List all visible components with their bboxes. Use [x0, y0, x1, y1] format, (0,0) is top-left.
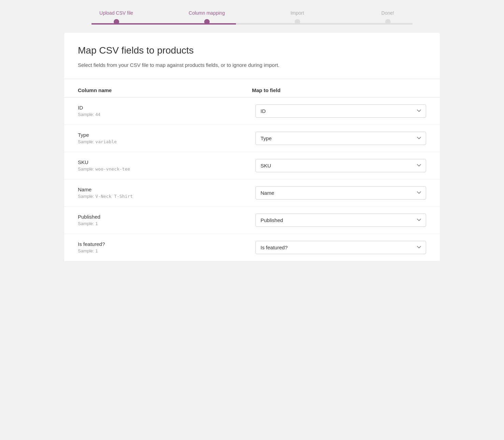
mapping-row-sku-row: SKUSample: woo-vneck-teeIDTypeSKUNamePub…	[64, 152, 440, 179]
mapping-row-name-row: NameSample: V-Neck T-ShirtIDTypeSKUNameP…	[64, 179, 440, 207]
mapping-left-published-row: PublishedSample: 1	[78, 214, 255, 226]
sample-published-row: Sample: 1	[78, 221, 249, 226]
mapping-right-type-row: IDTypeSKUNamePublishedIs featured?Short …	[255, 132, 426, 145]
mapping-row-id-row: IDSample: 44IDTypeSKUNamePublishedIs fea…	[64, 98, 440, 125]
stepper-dot-done	[385, 19, 391, 25]
columns-header: Column name Map to field	[64, 79, 440, 98]
mapping-row-published-row: PublishedSample: 1IDTypeSKUNamePublished…	[64, 207, 440, 234]
mapping-right-published-row: IDTypeSKUNamePublishedIs featured?Short …	[255, 214, 426, 227]
mapping-right-id-row: IDTypeSKUNamePublishedIs featured?Short …	[255, 104, 426, 118]
field-name-id-row: ID	[78, 105, 249, 111]
field-name-sku-row: SKU	[78, 159, 249, 165]
card-description: Select fields from your CSV file to map …	[78, 61, 426, 69]
mapping-left-sku-row: SKUSample: woo-vneck-tee	[78, 159, 255, 172]
stepper-step-mapping: Column mapping	[162, 10, 252, 25]
card-title: Map CSV fields to products	[78, 45, 426, 56]
col-map-header: Map to field	[252, 87, 426, 93]
stepper: Upload CSV file Column mapping Import Do…	[64, 10, 440, 25]
sample-featured-row: Sample: 1	[78, 248, 249, 253]
field-name-type-row: Type	[78, 132, 249, 138]
mapping-right-featured-row: IDTypeSKUNamePublishedIs featured?Short …	[255, 241, 426, 254]
mapping-row-featured-row: Is featured?Sample: 1IDTypeSKUNamePublis…	[64, 234, 440, 261]
field-name-featured-row: Is featured?	[78, 241, 249, 247]
sample-sku-row: Sample: woo-vneck-tee	[78, 166, 249, 172]
mapping-left-id-row: IDSample: 44	[78, 105, 255, 117]
page-wrapper: Upload CSV file Column mapping Import Do…	[57, 0, 447, 272]
mapping-right-sku-row: IDTypeSKUNamePublishedIs featured?Short …	[255, 159, 426, 172]
stepper-step-upload: Upload CSV file	[71, 10, 162, 25]
stepper-step-done: Done!	[342, 10, 433, 25]
field-select-featured-row[interactable]: IDTypeSKUNamePublishedIs featured?Short …	[255, 241, 426, 254]
mapping-rows-container: IDSample: 44IDTypeSKUNamePublishedIs fea…	[64, 98, 440, 261]
stepper-label-mapping: Column mapping	[189, 10, 225, 16]
field-name-published-row: Published	[78, 214, 249, 220]
main-card: Map CSV fields to products Select fields…	[64, 33, 440, 261]
field-select-name-row[interactable]: IDTypeSKUNamePublishedIs featured?Short …	[255, 186, 426, 200]
col-name-header: Column name	[78, 87, 252, 93]
stepper-step-import: Import	[252, 10, 342, 25]
stepper-dot-upload	[114, 19, 119, 25]
sample-id-row: Sample: 44	[78, 112, 249, 117]
mapping-right-name-row: IDTypeSKUNamePublishedIs featured?Short …	[255, 186, 426, 200]
field-select-id-row[interactable]: IDTypeSKUNamePublishedIs featured?Short …	[255, 104, 426, 118]
mapping-left-featured-row: Is featured?Sample: 1	[78, 241, 255, 253]
stepper-dot-import	[295, 19, 300, 25]
sample-type-row: Sample: variable	[78, 139, 249, 144]
field-select-type-row[interactable]: IDTypeSKUNamePublishedIs featured?Short …	[255, 132, 426, 145]
field-name-name-row: Name	[78, 187, 249, 192]
card-header: Map CSV fields to products Select fields…	[64, 33, 440, 79]
mapping-row-type-row: TypeSample: variableIDTypeSKUNamePublish…	[64, 125, 440, 152]
mapping-left-type-row: TypeSample: variable	[78, 132, 255, 144]
field-select-sku-row[interactable]: IDTypeSKUNamePublishedIs featured?Short …	[255, 159, 426, 172]
sample-name-row: Sample: V-Neck T-Shirt	[78, 194, 249, 199]
stepper-label-import: Import	[291, 10, 304, 16]
stepper-label-done: Done!	[381, 10, 394, 16]
stepper-label-upload: Upload CSV file	[99, 10, 133, 16]
stepper-dot-mapping	[204, 19, 210, 25]
mapping-left-name-row: NameSample: V-Neck T-Shirt	[78, 187, 255, 199]
field-select-published-row[interactable]: IDTypeSKUNamePublishedIs featured?Short …	[255, 214, 426, 227]
